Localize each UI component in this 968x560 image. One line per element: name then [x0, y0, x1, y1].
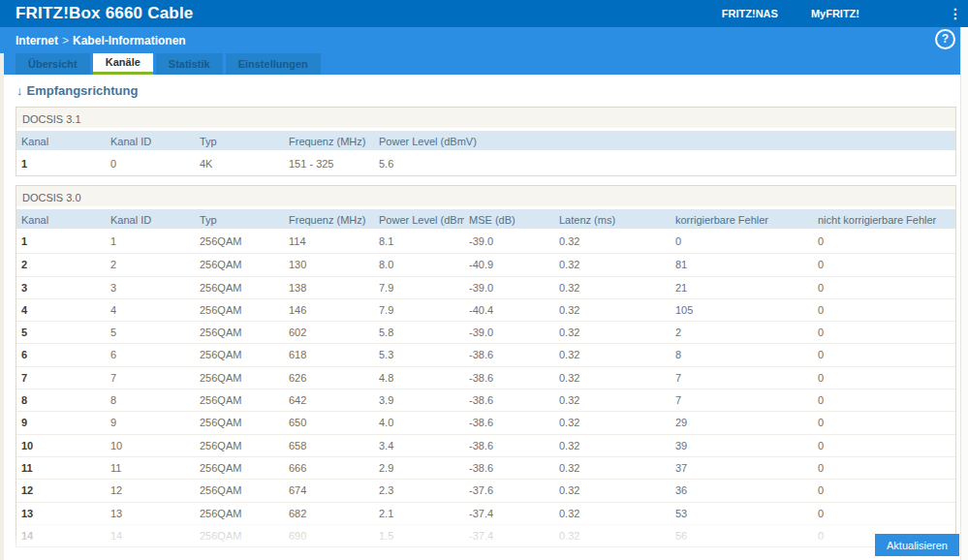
column-header: Frequenz (MHz) [284, 209, 374, 229]
table-cell: 138 [284, 277, 374, 298]
table-cell: 0.32 [554, 503, 671, 524]
table-cell: 5.8 [374, 322, 464, 343]
table-cell: 0 [671, 231, 813, 253]
table-cell: 0 [813, 277, 955, 298]
table-cell: -39.0 [464, 231, 554, 253]
table-cell: -38.6 [464, 412, 554, 433]
table-row: 1212256QAM6742.3-37.60.32360 [16, 479, 955, 501]
table-cell: 4.0 [374, 412, 464, 433]
table-row: 66256QAM6185.3-38.60.3280 [16, 343, 955, 365]
table-row: 55256QAM6025.8-39.00.3220 [16, 321, 955, 343]
table-cell: 0 [106, 152, 195, 175]
table-row: 11256QAM1148.1-39.00.3200 [16, 231, 955, 253]
table-cell: 7 [671, 367, 813, 389]
table-cell: 0.32 [554, 277, 671, 298]
refresh-button[interactable]: Aktualisieren [875, 534, 959, 556]
tab-statistik[interactable]: Statistik [156, 53, 223, 75]
table-cell: 6 [106, 344, 195, 365]
table-cell: 14 [106, 525, 195, 546]
tab-einstellungen[interactable]: Einstellungen [226, 53, 321, 75]
docsis31-table: KanalKanal IDTypFrequenz (MHz)Power Leve… [16, 131, 955, 175]
table-cell: 256QAM [195, 299, 284, 321]
docsis30-section-label: DOCSIS 3.0 [16, 186, 955, 209]
breadcrumb-separator: > [58, 34, 73, 47]
table-cell: 0.32 [554, 254, 671, 275]
fritznas-link[interactable]: FRITZ!NAS [722, 0, 778, 27]
table-cell: 0 [813, 389, 955, 411]
table-cell: 650 [284, 412, 374, 433]
tab-kanaele[interactable]: Kanäle [93, 53, 153, 75]
table-cell: -38.6 [464, 367, 554, 389]
table-cell: 674 [284, 480, 374, 501]
table-cell: 81 [671, 254, 813, 275]
table-cell: 56 [671, 525, 813, 546]
table-cell: 256QAM [195, 503, 284, 524]
table-cell: 256QAM [195, 389, 284, 411]
table-cell: 7 [16, 367, 106, 389]
table-cell: 256QAM [195, 231, 284, 253]
table-cell: 256QAM [195, 254, 284, 275]
table-cell: 642 [284, 389, 374, 411]
table-cell: 0.32 [554, 457, 671, 479]
table-cell: -38.6 [464, 457, 554, 479]
table-cell: 3.9 [374, 389, 464, 411]
myfritz-link[interactable]: MyFRITZ! [811, 0, 859, 27]
breadcrumb: Internet>Kabel-Informationen [16, 34, 186, 47]
table-cell: 0.32 [554, 322, 671, 343]
table-cell: 0 [813, 503, 955, 524]
table-cell: 6 [16, 344, 106, 365]
table-cell: 602 [284, 322, 374, 343]
table-cell: 0 [813, 231, 955, 253]
scrollbar[interactable] [960, 27, 968, 560]
table-cell: 7.9 [374, 299, 464, 321]
table-cell: -37.6 [464, 480, 554, 501]
table-cell: 5.6 [374, 152, 955, 175]
table-cell: 0.32 [554, 435, 671, 456]
column-header: nicht korrigierbare Fehler [813, 209, 955, 229]
table-cell: 0 [813, 480, 955, 501]
column-header: Kanal ID [106, 131, 195, 150]
breadcrumb-section[interactable]: Internet [16, 34, 58, 47]
table-cell: 4K [195, 152, 284, 175]
table-cell: -39.0 [464, 277, 554, 298]
table-cell: 256QAM [195, 322, 284, 343]
table-cell: 8 [106, 389, 195, 411]
table-cell: 4 [106, 299, 195, 321]
table-cell: 11 [106, 457, 195, 479]
table-cell: 7.9 [374, 277, 464, 298]
help-icon[interactable]: ? [935, 29, 955, 49]
kebab-menu-icon[interactable]: ⋮ [947, 0, 964, 27]
table-cell: 2.1 [374, 503, 464, 524]
table-cell: 14 [16, 525, 106, 546]
docsis31-panel: DOCSIS 3.1 KanalKanal IDTypFrequenz (MHz… [16, 107, 956, 176]
table-cell: 12 [16, 480, 106, 501]
table-cell: 0 [813, 254, 955, 275]
column-header: korrigierbare Fehler [671, 209, 813, 229]
table-cell: 0 [813, 344, 955, 365]
tab-uebersicht[interactable]: Übersicht [16, 53, 90, 75]
table-cell: 256QAM [195, 457, 284, 479]
table-cell: 151 - 325 [284, 152, 374, 175]
table-row: 44256QAM1467.9-40.40.321050 [16, 298, 955, 321]
page-title: ↓Empfangsrichtung [0, 75, 968, 98]
table-cell: 13 [106, 503, 195, 524]
table-cell: 256QAM [195, 480, 284, 501]
table-cell: 0.32 [554, 344, 671, 365]
table-cell: 9 [106, 412, 195, 433]
table-row: 77256QAM6264.8-38.60.3270 [16, 366, 955, 389]
table-cell: 29 [671, 412, 813, 433]
table-cell: 2.9 [374, 457, 464, 479]
column-header: Kanal [16, 209, 106, 229]
table-cell: -38.6 [464, 389, 554, 411]
table-cell: 7 [671, 389, 813, 411]
table-cell: 1 [106, 231, 195, 253]
table-cell: 1 [16, 152, 106, 175]
main-content: ↓Empfangsrichtung DOCSIS 3.1 KanalKanal … [0, 75, 968, 560]
table-cell: 3 [16, 277, 106, 298]
table-cell: 4 [16, 299, 106, 321]
column-header: Typ [195, 131, 284, 150]
column-header: Typ [195, 209, 284, 229]
download-arrow-icon: ↓ [16, 83, 23, 98]
table-cell: 626 [284, 367, 374, 389]
table-cell: 39 [671, 435, 813, 456]
